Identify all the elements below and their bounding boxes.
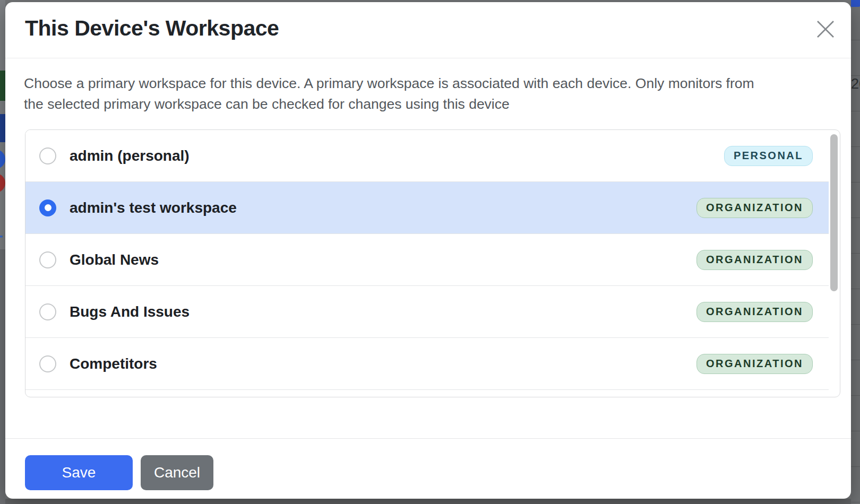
background-page-right-edge: 26 — [851, 0, 860, 504]
radio-unselected-icon[interactable] — [39, 303, 56, 320]
radio-unselected-icon[interactable] — [39, 355, 56, 372]
workspace-type-badge: ORGANIZATION — [696, 198, 813, 218]
close-icon — [815, 19, 836, 41]
scrollbar-thumb[interactable] — [830, 134, 838, 291]
dialog-description: Choose a primary workspace for this devi… — [24, 73, 754, 115]
background-page-left-edge: T — [0, 0, 5, 504]
workspace-row[interactable]: admin's test workspaceORGANIZATION — [25, 182, 829, 234]
dialog-header: This Device's Workspace — [5, 2, 851, 58]
workspace-name: Global News — [70, 251, 159, 268]
workspace-type-badge: ORGANIZATION — [696, 250, 813, 270]
description-line-2: the selected primary workspace can be ch… — [24, 94, 754, 115]
workspace-row[interactable]: CompetitorsORGANIZATION — [25, 338, 829, 390]
workspace-row[interactable]: Bugs And IssuesORGANIZATION — [25, 286, 829, 338]
radio-selected-icon[interactable] — [39, 199, 56, 216]
background-green-block — [0, 71, 5, 101]
radio-unselected-icon[interactable] — [39, 147, 56, 164]
workspace-row[interactable]: admin (personal)PERSONAL — [25, 130, 829, 182]
workspace-name: Bugs And Issues — [70, 303, 190, 320]
dialog-title: This Device's Workspace — [25, 16, 279, 41]
background-blue-tab — [851, 0, 860, 7]
cancel-button[interactable]: Cancel — [141, 455, 213, 490]
background-page-bottom-edge — [5, 499, 851, 504]
device-workspace-dialog: This Device's Workspace Choose a primary… — [5, 2, 851, 499]
workspace-row[interactable]: Global NewsORGANIZATION — [25, 234, 829, 286]
footer-divider — [5, 438, 851, 439]
workspace-type-badge: PERSONAL — [724, 146, 813, 166]
radio-unselected-icon[interactable] — [39, 251, 56, 268]
description-line-1: Choose a primary workspace for this devi… — [24, 73, 754, 94]
workspace-type-badge: ORGANIZATION — [696, 354, 813, 374]
save-button[interactable]: Save — [25, 455, 133, 490]
background-red-avatar — [0, 173, 5, 193]
close-button[interactable] — [813, 17, 838, 42]
background-partial-number: 26 — [851, 76, 860, 92]
workspace-type-badge: ORGANIZATION — [696, 302, 813, 322]
background-partial-letter: T — [0, 232, 5, 250]
workspace-name: admin's test workspace — [70, 199, 237, 216]
workspace-list: admin (personal)PERSONALadmin's test wor… — [25, 129, 840, 397]
workspace-name: Competitors — [70, 355, 157, 372]
workspace-name: admin (personal) — [70, 147, 190, 164]
background-blue-avatar — [0, 150, 5, 169]
background-blue-block — [0, 114, 5, 142]
